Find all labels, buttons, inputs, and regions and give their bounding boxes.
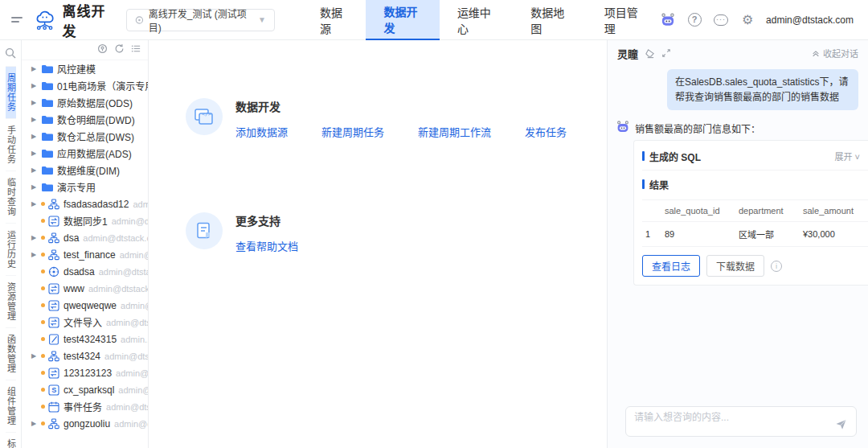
result-col-header: sale_amount [800,200,867,222]
chat-input[interactable] [634,412,834,423]
quick-link-0-1[interactable]: 新建周期任务 [321,124,384,139]
task-state-dot [41,236,45,240]
tree-item-label: test4324315 [63,334,117,345]
tree-task-6[interactable]: qweqweqweadmin@... [22,297,148,314]
expand-sql-button[interactable]: 展开 ˅ [835,150,868,162]
tree-task-10[interactable]: 123123123admin@... [22,364,148,381]
tree-item-label: 应用数据层(ADS) [57,146,132,160]
quick-link-0-2[interactable]: 新建周期工作流 [418,124,491,139]
tree-item-label: test_finance [63,249,116,261]
rail-item-3[interactable]: 运行历史 [6,223,16,275]
caret-right-icon: ▶ [31,82,41,89]
tree-task-5[interactable]: wwwadmin@dtstack... [22,280,148,297]
nav-tab-4[interactable]: 项目管理 [587,0,660,40]
tree-task-4[interactable]: dsadsaadmin@dtsta... [22,263,148,280]
tree-item-label: 演示专用 [57,180,96,194]
tree-task-12[interactable]: 事件任务admin@dtst... [22,398,148,415]
collapse-chat-button[interactable]: 收起对话 [812,47,858,60]
rail-item-1[interactable]: 手动任务 [6,118,16,171]
cloud-logo-icon [34,9,55,31]
clear-chat-icon[interactable] [645,48,655,59]
tree-item-owner: admin@dtst... [106,402,148,412]
rail-item-4[interactable]: 资源管理 [6,275,16,327]
task-tree-panel: ▶风控建模▶01电商场景（演示专用...▶原始数据层(ODS)▶数仓明细层(DW… [22,40,149,448]
settings-icon[interactable]: ⚙ [739,12,755,28]
project-selector-label: 离线开发_测试 (测试项目) [149,6,248,34]
result-col-header: department [735,200,800,222]
double-chevron-up-icon [812,49,820,57]
rail-item-7[interactable]: 标... [6,432,16,448]
caret-right-icon: ▶ [31,150,41,157]
folder-icon [41,115,53,125]
send-icon[interactable] [834,417,848,431]
refresh-icon[interactable] [114,43,125,56]
rail-item-5[interactable]: 函数管理 [6,327,16,380]
help-icon[interactable]: ? [686,12,702,28]
tree-item-label: 数仓明细层(DWD) [57,113,135,126]
tree-item-label: 01电商场景（演示专用... [57,79,148,92]
rail-item-2[interactable]: 临时查询 [6,171,16,223]
nav-tab-0[interactable]: 数据源 [302,0,366,40]
tree-item-label: cx_sparksql [63,384,114,396]
result-section: 结果 [642,172,868,196]
tree-task-13[interactable]: ▶gongzuoliuadmin@dt... [22,415,148,432]
tree-task-2[interactable]: ▶dsaadmin@dtstack.c... [22,229,148,246]
result-label: 结果 [649,178,669,191]
tree-folder-1[interactable]: ▶01电商场景（演示专用... [22,77,148,94]
tree-folder-7[interactable]: ▶演示专用 [22,179,148,195]
quick-link-1-0[interactable]: 查看帮助文档 [235,238,298,253]
folder-icon [41,98,53,108]
menu-toggle-icon[interactable] [0,14,34,25]
tree-folder-4[interactable]: ▶数仓汇总层(DWS) [22,128,148,145]
nav-tab-2[interactable]: 运维中心 [440,0,513,40]
rail-item-6[interactable]: 组件管理 [6,380,16,432]
section-more-support: 更多支持 查看帮助文档 [186,212,298,253]
tree-item-owner: admin@... [121,301,148,310]
result-cell: ¥30,000 [800,222,867,247]
project-selector[interactable]: 离线开发_测试 (测试项目) ▼ [126,9,275,31]
ai-assistant-icon[interactable] [660,12,676,28]
tree-folder-0[interactable]: ▶风控建模 [22,60,148,77]
list-view-icon[interactable] [131,43,141,56]
tree-item-owner: admin@dtstack.c... [83,233,148,243]
header-right: ? ··· ⚙ admin@dtstack.com [660,12,868,28]
tree-task-3[interactable]: ▶test_financeadmin@... [22,246,148,263]
section-title: 更多支持 [235,212,298,228]
tree-task-7[interactable]: 文件导入admin@dtst... [22,314,148,331]
tree-task-0[interactable]: ▶fsadasadasd12admi... [22,195,148,212]
offline-dev-app: 离线开发 离线开发_测试 (测试项目) ▼ 数据源数据开发运维中心数据地图项目管… [0,0,868,448]
view-log-button[interactable]: 查看日志 [642,255,700,277]
tree-task-9[interactable]: ▶test4324admin@dtst... [22,347,148,364]
section-data-development: </> 数据开发 添加数据源新建周期任务新建周期工作流发布任务 [186,98,567,139]
tree-item-owner: admi... [133,199,148,209]
tree-task-1[interactable]: 数据同步1admin@dts... [22,212,148,229]
tree-task-11[interactable]: Scx_sparksqladmin@... [22,381,148,398]
folder-icon [41,64,53,74]
rail-item-0[interactable]: 周期任务 [6,66,16,118]
spark-task-icon [48,266,59,277]
sparksql-task-icon: S [48,384,59,396]
feedback-icon[interactable]: ··· [713,12,729,28]
tree-task-8[interactable]: test4324315admin... [22,331,148,347]
quick-link-0-3[interactable]: 发布任务 [525,124,567,139]
tree-item-label: dsa [63,232,79,244]
tree-folder-2[interactable]: ▶原始数据层(ODS) [22,94,148,111]
tree-folder-6[interactable]: ▶数据维度(DIM) [22,162,148,179]
task-state-dot [41,320,45,324]
caret-right-icon: ▶ [31,352,41,360]
download-data-button[interactable]: 下载数据 [706,255,764,277]
tree-folder-3[interactable]: ▶数仓明细层(DWD) [22,111,148,128]
tree-toolbar [22,40,148,60]
event-task-icon [48,401,59,413]
expand-window-icon[interactable] [661,48,671,58]
quick-link-0-0[interactable]: 添加数据源 [235,124,288,139]
locate-icon[interactable] [97,43,108,56]
info-icon[interactable]: i [771,261,782,272]
caret-right-icon: ▶ [31,116,41,123]
tree-folder-5[interactable]: ▶应用数据层(ADS) [22,145,148,162]
user-email[interactable]: admin@dtstack.com [766,14,854,26]
nav-tab-1[interactable]: 数据开发 [366,0,439,40]
search-icon[interactable] [5,40,16,66]
ai-reply-intro: 销售额最高的部门信息如下： [635,120,760,135]
nav-tab-3[interactable]: 数据地图 [513,0,586,40]
